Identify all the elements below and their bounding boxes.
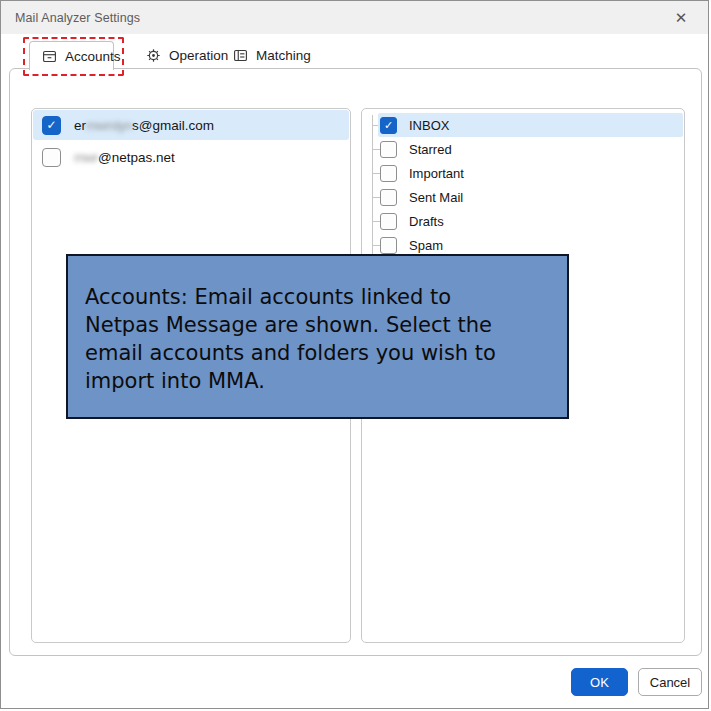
folder-row-inbox[interactable]: ✓ INBOX xyxy=(362,113,684,137)
annotation-line: import into MMA. xyxy=(85,367,551,395)
folder-label: INBOX xyxy=(409,118,449,133)
folder-label: Drafts xyxy=(409,214,444,229)
accounts-tab-icon xyxy=(42,49,57,64)
checkbox-checked-icon[interactable]: ✓ xyxy=(42,116,61,135)
checkbox-unchecked-icon[interactable] xyxy=(42,148,61,167)
checkbox-unchecked-icon[interactable] xyxy=(380,189,397,206)
close-icon[interactable]: ✕ xyxy=(660,1,702,34)
account-email-netpas: mwr@netpas.net xyxy=(74,150,175,165)
annotation-line: Netpas Message are shown. Select the xyxy=(85,311,551,339)
folder-row-sent-mail[interactable]: Sent Mail xyxy=(362,185,684,209)
window-title: Mail Analyzer Settings xyxy=(15,11,140,25)
folder-row-drafts[interactable]: Drafts xyxy=(362,209,684,233)
folder-label: Starred xyxy=(409,142,452,157)
folder-label: Sent Mail xyxy=(409,190,463,205)
dialog-footer: OK Cancel xyxy=(1,656,708,709)
annotation-line: email accounts and folders you wish to xyxy=(85,339,551,367)
folder-label: Spam xyxy=(409,238,443,253)
checkbox-unchecked-icon[interactable] xyxy=(380,165,397,182)
gear-icon xyxy=(146,48,161,63)
tab-matching-label: Matching xyxy=(256,48,311,63)
account-row-gmail[interactable]: ✓ ermwrslyns@gmail.com xyxy=(33,110,349,140)
tree-stub-line xyxy=(372,245,380,246)
account-email-gmail: ermwrslyns@gmail.com xyxy=(74,118,214,133)
tab-strip: Accounts Operation Matching xyxy=(1,34,708,68)
tree-stub-line xyxy=(372,173,380,174)
tab-operation-label: Operation xyxy=(169,48,228,63)
redacted-text: mwr xyxy=(74,150,98,165)
folder-row-starred[interactable]: Starred xyxy=(362,137,684,161)
tab-matching[interactable]: Matching xyxy=(221,41,323,69)
tab-accounts-label: Accounts xyxy=(65,49,121,64)
account-row-netpas[interactable]: mwr@netpas.net xyxy=(33,142,349,172)
folder-label: Important xyxy=(409,166,464,181)
tree-stub-line xyxy=(372,197,380,198)
annotation-callout-box: Accounts: Email accounts linked to Netpa… xyxy=(66,254,569,419)
ok-button[interactable]: OK xyxy=(571,668,628,696)
redacted-text: mwrslyn xyxy=(86,118,132,133)
tab-accounts[interactable]: Accounts xyxy=(29,41,114,70)
folder-row-important[interactable]: Important xyxy=(362,161,684,185)
annotation-line: Accounts: Email accounts linked to xyxy=(85,283,551,311)
list-icon xyxy=(233,48,248,63)
checkbox-unchecked-icon[interactable] xyxy=(380,237,397,254)
checkbox-checked-icon[interactable]: ✓ xyxy=(380,117,397,134)
cancel-button[interactable]: Cancel xyxy=(638,668,702,696)
tree-stub-line xyxy=(372,149,380,150)
mail-analyzer-settings-dialog: Mail Analyzer Settings ✕ Accounts Operat… xyxy=(0,0,709,709)
title-bar: Mail Analyzer Settings ✕ xyxy=(1,1,708,34)
checkbox-unchecked-icon[interactable] xyxy=(380,141,397,158)
checkbox-unchecked-icon[interactable] xyxy=(380,213,397,230)
tree-stub-line xyxy=(372,221,380,222)
